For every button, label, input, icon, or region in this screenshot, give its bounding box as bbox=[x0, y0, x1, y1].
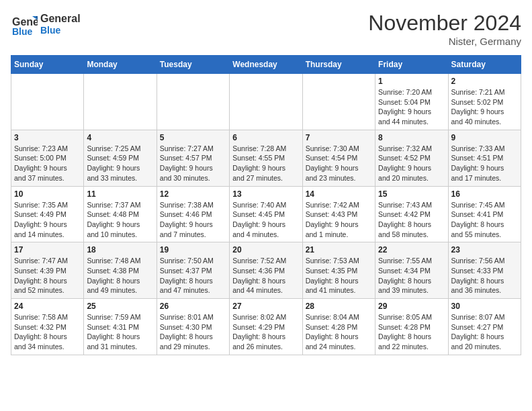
day-detail: Sunrise: 7:59 AM Sunset: 4:31 PM Dayligh… bbox=[87, 312, 153, 352]
table-row: 9Sunrise: 7:33 AM Sunset: 4:51 PM Daylig… bbox=[448, 130, 521, 186]
table-row bbox=[11, 74, 84, 130]
calendar-week-row: 1Sunrise: 7:20 AM Sunset: 5:04 PM Daylig… bbox=[11, 74, 521, 130]
table-row bbox=[157, 74, 229, 130]
calendar-week-row: 24Sunrise: 7:58 AM Sunset: 4:32 PM Dayli… bbox=[11, 299, 521, 355]
title-area: November 2024 Nister, Germany bbox=[368, 11, 521, 47]
svg-text:Blue: Blue bbox=[12, 26, 33, 37]
header-tuesday: Tuesday bbox=[157, 56, 229, 74]
table-row bbox=[84, 74, 157, 130]
table-row: 2Sunrise: 7:21 AM Sunset: 5:02 PM Daylig… bbox=[448, 74, 521, 130]
table-row: 21Sunrise: 7:53 AM Sunset: 4:35 PM Dayli… bbox=[302, 242, 375, 299]
day-number: 13 bbox=[232, 189, 299, 199]
table-row: 29Sunrise: 8:05 AM Sunset: 4:28 PM Dayli… bbox=[375, 299, 448, 355]
header-friday: Friday bbox=[375, 56, 448, 74]
day-detail: Sunrise: 7:48 AM Sunset: 4:38 PM Dayligh… bbox=[87, 256, 153, 295]
day-detail: Sunrise: 7:21 AM Sunset: 5:02 PM Dayligh… bbox=[451, 87, 518, 127]
location: Nister, Germany bbox=[368, 36, 521, 47]
day-detail: Sunrise: 7:42 AM Sunset: 4:43 PM Dayligh… bbox=[306, 200, 372, 240]
table-row: 7Sunrise: 7:30 AM Sunset: 4:54 PM Daylig… bbox=[302, 130, 375, 186]
day-number: 17 bbox=[14, 245, 81, 255]
table-row: 22Sunrise: 7:55 AM Sunset: 4:34 PM Dayli… bbox=[375, 242, 448, 299]
table-row: 16Sunrise: 7:45 AM Sunset: 4:41 PM Dayli… bbox=[448, 186, 521, 242]
table-row: 17Sunrise: 7:47 AM Sunset: 4:39 PM Dayli… bbox=[11, 242, 84, 299]
table-row: 20Sunrise: 7:52 AM Sunset: 4:36 PM Dayli… bbox=[230, 242, 302, 299]
month-title: November 2024 bbox=[368, 11, 521, 36]
day-number: 1 bbox=[378, 77, 445, 86]
table-row: 12Sunrise: 7:38 AM Sunset: 4:46 PM Dayli… bbox=[157, 186, 229, 242]
day-number: 25 bbox=[87, 302, 153, 311]
page-header: General Blue General Blue November 2024 … bbox=[11, 11, 521, 47]
table-row: 15Sunrise: 7:43 AM Sunset: 4:42 PM Dayli… bbox=[375, 186, 448, 242]
day-number: 29 bbox=[378, 302, 445, 311]
table-row: 1Sunrise: 7:20 AM Sunset: 5:04 PM Daylig… bbox=[375, 74, 448, 130]
day-detail: Sunrise: 7:50 AM Sunset: 4:37 PM Dayligh… bbox=[160, 256, 226, 295]
header-thursday: Thursday bbox=[302, 56, 375, 74]
day-number: 9 bbox=[451, 133, 518, 142]
table-row: 24Sunrise: 7:58 AM Sunset: 4:32 PM Dayli… bbox=[11, 299, 84, 355]
day-detail: Sunrise: 7:58 AM Sunset: 4:32 PM Dayligh… bbox=[14, 312, 81, 352]
day-number: 16 bbox=[451, 189, 518, 199]
day-detail: Sunrise: 7:47 AM Sunset: 4:39 PM Dayligh… bbox=[14, 256, 81, 295]
day-number: 20 bbox=[232, 245, 299, 255]
day-number: 6 bbox=[232, 133, 299, 142]
logo: General Blue General Blue bbox=[11, 11, 81, 38]
table-row: 3Sunrise: 7:23 AM Sunset: 5:00 PM Daylig… bbox=[11, 130, 84, 186]
day-number: 18 bbox=[87, 245, 153, 255]
day-number: 11 bbox=[87, 189, 153, 199]
day-detail: Sunrise: 7:33 AM Sunset: 4:51 PM Dayligh… bbox=[451, 144, 518, 183]
day-number: 3 bbox=[14, 133, 81, 142]
day-detail: Sunrise: 7:27 AM Sunset: 4:57 PM Dayligh… bbox=[160, 144, 226, 183]
table-row: 14Sunrise: 7:42 AM Sunset: 4:43 PM Dayli… bbox=[302, 186, 375, 242]
calendar-table: Sunday Monday Tuesday Wednesday Thursday… bbox=[11, 55, 521, 355]
day-number: 15 bbox=[378, 189, 445, 199]
day-number: 22 bbox=[378, 245, 445, 255]
header-sunday: Sunday bbox=[11, 56, 84, 74]
table-row: 6Sunrise: 7:28 AM Sunset: 4:55 PM Daylig… bbox=[230, 130, 302, 186]
table-row: 27Sunrise: 8:02 AM Sunset: 4:29 PM Dayli… bbox=[230, 299, 302, 355]
table-row: 4Sunrise: 7:25 AM Sunset: 4:59 PM Daylig… bbox=[84, 130, 157, 186]
day-number: 10 bbox=[14, 189, 81, 199]
table-row: 25Sunrise: 7:59 AM Sunset: 4:31 PM Dayli… bbox=[84, 299, 157, 355]
day-detail: Sunrise: 7:20 AM Sunset: 5:04 PM Dayligh… bbox=[378, 87, 445, 127]
calendar-week-row: 17Sunrise: 7:47 AM Sunset: 4:39 PM Dayli… bbox=[11, 242, 521, 299]
day-number: 2 bbox=[451, 77, 518, 86]
day-number: 7 bbox=[306, 133, 372, 142]
header-monday: Monday bbox=[84, 56, 157, 74]
day-detail: Sunrise: 8:07 AM Sunset: 4:27 PM Dayligh… bbox=[451, 312, 518, 352]
header-saturday: Saturday bbox=[448, 56, 521, 74]
day-number: 27 bbox=[232, 302, 299, 311]
day-detail: Sunrise: 8:02 AM Sunset: 4:29 PM Dayligh… bbox=[232, 312, 299, 352]
logo-general: General bbox=[40, 12, 81, 25]
day-number: 8 bbox=[378, 133, 445, 142]
logo-icon: General Blue bbox=[11, 11, 38, 38]
day-detail: Sunrise: 7:28 AM Sunset: 4:55 PM Dayligh… bbox=[232, 144, 299, 183]
day-detail: Sunrise: 7:37 AM Sunset: 4:48 PM Dayligh… bbox=[87, 200, 153, 240]
calendar-week-row: 3Sunrise: 7:23 AM Sunset: 5:00 PM Daylig… bbox=[11, 130, 521, 186]
day-number: 5 bbox=[160, 133, 226, 142]
logo-blue: Blue bbox=[40, 25, 81, 36]
day-number: 19 bbox=[160, 245, 226, 255]
day-detail: Sunrise: 7:25 AM Sunset: 4:59 PM Dayligh… bbox=[87, 144, 153, 183]
table-row: 10Sunrise: 7:35 AM Sunset: 4:49 PM Dayli… bbox=[11, 186, 84, 242]
table-row bbox=[302, 74, 375, 130]
table-row bbox=[230, 74, 302, 130]
table-row: 26Sunrise: 8:01 AM Sunset: 4:30 PM Dayli… bbox=[157, 299, 229, 355]
calendar-header-row: Sunday Monday Tuesday Wednesday Thursday… bbox=[11, 56, 521, 74]
day-detail: Sunrise: 7:38 AM Sunset: 4:46 PM Dayligh… bbox=[160, 200, 226, 240]
day-detail: Sunrise: 7:32 AM Sunset: 4:52 PM Dayligh… bbox=[378, 144, 445, 183]
table-row: 8Sunrise: 7:32 AM Sunset: 4:52 PM Daylig… bbox=[375, 130, 448, 186]
day-detail: Sunrise: 8:05 AM Sunset: 4:28 PM Dayligh… bbox=[378, 312, 445, 352]
day-number: 30 bbox=[451, 302, 518, 311]
calendar-week-row: 10Sunrise: 7:35 AM Sunset: 4:49 PM Dayli… bbox=[11, 186, 521, 242]
day-detail: Sunrise: 7:53 AM Sunset: 4:35 PM Dayligh… bbox=[306, 256, 372, 295]
day-detail: Sunrise: 7:40 AM Sunset: 4:45 PM Dayligh… bbox=[232, 200, 299, 240]
day-detail: Sunrise: 7:30 AM Sunset: 4:54 PM Dayligh… bbox=[306, 144, 372, 183]
day-detail: Sunrise: 7:43 AM Sunset: 4:42 PM Dayligh… bbox=[378, 200, 445, 240]
table-row: 19Sunrise: 7:50 AM Sunset: 4:37 PM Dayli… bbox=[157, 242, 229, 299]
day-number: 21 bbox=[306, 245, 372, 255]
day-number: 4 bbox=[87, 133, 153, 142]
table-row: 11Sunrise: 7:37 AM Sunset: 4:48 PM Dayli… bbox=[84, 186, 157, 242]
table-row: 5Sunrise: 7:27 AM Sunset: 4:57 PM Daylig… bbox=[157, 130, 229, 186]
table-row: 13Sunrise: 7:40 AM Sunset: 4:45 PM Dayli… bbox=[230, 186, 302, 242]
day-detail: Sunrise: 7:23 AM Sunset: 5:00 PM Dayligh… bbox=[14, 144, 81, 183]
